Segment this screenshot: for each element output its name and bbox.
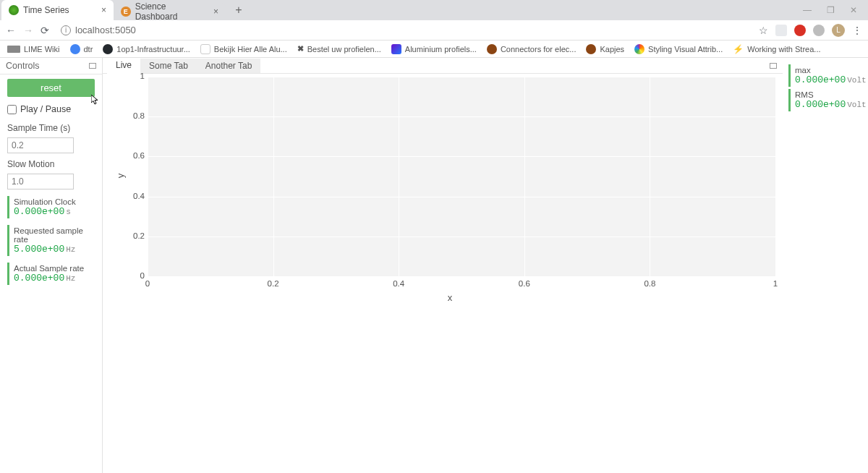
- readout-max: max 0.000e+00Volt: [788, 64, 862, 87]
- bookmark-item[interactable]: Bekijk Hier Alle Alu...: [200, 44, 287, 54]
- bookmark-icon: [487, 44, 497, 54]
- bookmark-icon: [586, 44, 596, 54]
- y-tick-label: 1: [132, 72, 145, 80]
- panel-header: Controls: [0, 58, 102, 74]
- favicon-icon: [9, 5, 19, 15]
- readout-simulation-clock: Simulation Clock 0.000e+00s: [7, 196, 95, 218]
- bookmark-icon: ⚡: [733, 44, 744, 54]
- tab-title: Science Dashboard: [135, 1, 209, 22]
- chart-tab-bar: Live Some Tab Another Tab: [103, 58, 783, 74]
- new-tab-button[interactable]: +: [229, 0, 249, 20]
- plot-area[interactable]: 00.20.40.60.81 00.20.40.60.81 y x: [117, 74, 783, 305]
- back-button[interactable]: ←: [6, 25, 16, 36]
- bookmark-item[interactable]: ✖Bestel uw profielen...: [297, 44, 381, 54]
- y-tick-label: 0: [132, 271, 145, 280]
- menu-button[interactable]: ⋮: [852, 25, 862, 36]
- bookmark-item[interactable]: dtr: [70, 44, 93, 54]
- bookmark-item[interactable]: ⚡Working with Strea...: [733, 44, 820, 54]
- extension-icon[interactable]: [794, 25, 806, 36]
- bookmark-item[interactable]: LIME Wiki: [7, 45, 60, 54]
- y-tick-label: 0.8: [132, 111, 145, 120]
- url-text: localhost:5050: [75, 25, 136, 35]
- x-axis-label: x: [448, 292, 453, 303]
- main-panel: Live Some Tab Another Tab 00.20.40.60.81…: [103, 58, 868, 473]
- bookmark-bar: LIME Wiki dtr 1op1-Infrastructuur... Bek…: [0, 41, 868, 58]
- maximize-button[interactable]: ❐: [820, 5, 841, 15]
- reload-button[interactable]: ⟳: [41, 25, 49, 36]
- window-controls: — ❐ ✕: [797, 5, 868, 15]
- y-axis-label: y: [115, 174, 126, 179]
- y-tick-label: 0.4: [132, 192, 145, 200]
- bookmark-icon: [7, 46, 20, 53]
- bookmark-icon: [103, 44, 113, 54]
- chart-tab-another[interactable]: Another Tab: [197, 59, 261, 73]
- bookmark-item[interactable]: 1op1-Infrastructuur...: [103, 44, 190, 54]
- browser-navbar: ← → ⟳ i localhost:5050 ☆ L ⋮: [0, 20, 868, 41]
- sample-time-input[interactable]: [7, 137, 74, 153]
- readout-rms: RMS 0.000e+00Volt: [788, 89, 862, 111]
- play-pause-checkbox[interactable]: Play / Pause: [7, 101, 95, 117]
- plot-section: Live Some Tab Another Tab 00.20.40.60.81…: [103, 58, 783, 473]
- browser-titlebar: Time Series × E Science Dashboard × + — …: [0, 0, 868, 20]
- x-tick-label: 0.6: [519, 279, 530, 288]
- slow-motion-input[interactable]: [7, 174, 74, 189]
- y-tick-label: 0.2: [132, 231, 145, 240]
- extension-icon[interactable]: [813, 25, 825, 36]
- address-bar[interactable]: i localhost:5050: [56, 25, 136, 35]
- x-tick-label: 0.8: [644, 279, 655, 288]
- close-tab-icon[interactable]: ×: [101, 5, 106, 15]
- bookmark-item[interactable]: Aluminium profiels...: [391, 44, 477, 54]
- bookmark-icon: [391, 44, 401, 54]
- bookmark-star-icon[interactable]: ☆: [759, 25, 768, 36]
- x-tick-label: 1: [773, 279, 778, 288]
- controls-sidebar: Controls reset Play / Pause Sample Time …: [0, 58, 103, 473]
- bookmark-icon: [200, 44, 210, 54]
- right-readouts: max 0.000e+00Volt RMS 0.000e+00Volt: [783, 58, 868, 473]
- bookmark-item[interactable]: Styling Visual Attrib...: [634, 44, 723, 54]
- readout-requested-rate: Requested sample rate 5.000e+00Hz: [7, 225, 95, 256]
- y-tick-label: 0.6: [132, 151, 145, 160]
- readout-actual-rate: Actual Sample rate 0.000e+00Hz: [7, 263, 95, 285]
- extension-icon[interactable]: [775, 25, 787, 36]
- sample-time-label: Sample Time (s): [7, 123, 95, 133]
- chart-tab-some[interactable]: Some Tab: [140, 59, 197, 73]
- favicon-icon: E: [121, 7, 131, 17]
- close-window-button[interactable]: ✕: [843, 5, 864, 15]
- plot-grid: [148, 77, 775, 276]
- minimize-button[interactable]: —: [797, 5, 817, 15]
- browser-tab[interactable]: E Science Dashboard ×: [114, 3, 226, 20]
- bookmark-item[interactable]: Connectors for elec...: [487, 44, 576, 54]
- bookmark-icon: ✖: [297, 44, 304, 54]
- panel-detach-icon[interactable]: [770, 63, 777, 69]
- browser-tab-active[interactable]: Time Series ×: [1, 0, 114, 20]
- bookmark-item[interactable]: Kapjes: [586, 44, 624, 54]
- bookmark-icon: [70, 44, 80, 54]
- app-content: Controls reset Play / Pause Sample Time …: [0, 58, 868, 473]
- panel-detach-icon[interactable]: [89, 63, 96, 69]
- slow-motion-label: Slow Motion: [7, 159, 95, 169]
- x-tick-label: 0.2: [268, 279, 279, 288]
- x-tick-label: 0.4: [393, 279, 404, 288]
- panel-title: Controls: [6, 61, 40, 71]
- profile-avatar[interactable]: L: [832, 24, 845, 37]
- reset-button[interactable]: reset: [7, 79, 95, 97]
- play-pause-input[interactable]: [7, 105, 17, 114]
- site-info-icon[interactable]: i: [61, 25, 71, 35]
- forward-button[interactable]: →: [23, 25, 33, 36]
- tab-title: Time Series: [23, 5, 69, 15]
- close-tab-icon[interactable]: ×: [213, 7, 218, 17]
- x-tick-label: 0: [145, 279, 150, 288]
- bookmark-icon: [634, 44, 644, 54]
